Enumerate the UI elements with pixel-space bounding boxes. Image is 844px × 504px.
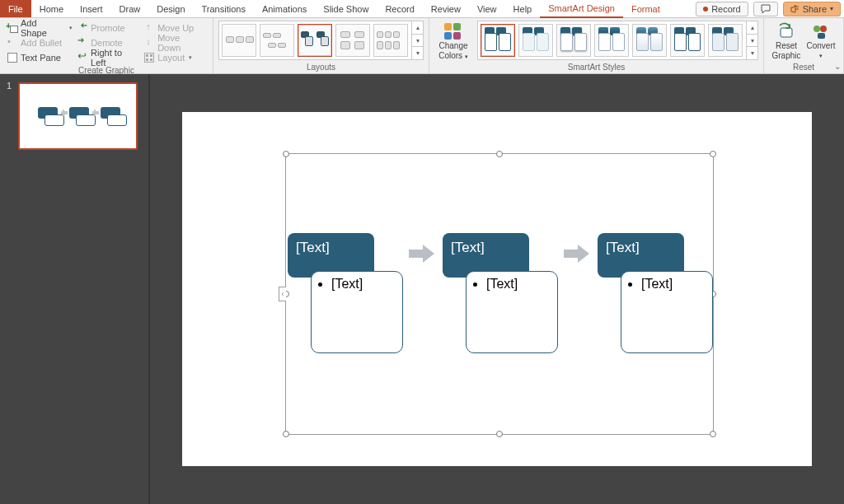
text-pane-button[interactable]: Text Pane: [5, 50, 75, 64]
style-thumb[interactable]: [556, 24, 591, 57]
reset-graphic-label-1: Reset: [776, 42, 797, 50]
resize-handle[interactable]: [710, 431, 716, 437]
style-thumb[interactable]: [518, 24, 553, 57]
resize-handle[interactable]: [283, 431, 289, 437]
tab-transitions[interactable]: Transitions: [194, 0, 254, 17]
record-button[interactable]: Record: [696, 2, 748, 16]
tab-smartart-design[interactable]: SmartArt Design: [540, 0, 623, 18]
tab-format[interactable]: Format: [623, 0, 668, 17]
styles-gallery: ▴ ▾ ▾: [477, 21, 758, 60]
tab-record[interactable]: Record: [377, 0, 422, 17]
change-colors-label-2: Colors: [438, 51, 462, 60]
change-colors-button[interactable]: Change Colors ▾: [434, 21, 472, 61]
tab-file[interactable]: File: [0, 0, 31, 17]
move-up-label: Move Up: [157, 23, 194, 33]
ribbon-collapse-button[interactable]: ⌄: [834, 62, 841, 71]
svg-rect-0: [781, 28, 792, 37]
ribbon: Add Shape ▾ Add Bullet Text Pane Promote: [0, 18, 844, 74]
chevron-down-icon: ▾: [189, 54, 192, 61]
reset-graphic-button[interactable]: Reset Graphic: [769, 21, 804, 60]
add-shape-button[interactable]: Add Shape ▾: [5, 21, 75, 35]
style-thumb[interactable]: [708, 24, 743, 57]
tab-view[interactable]: View: [469, 0, 505, 17]
slide-canvas-area[interactable]: ‹ [Text] [Text] [Text] [Text] [Text] [Te…: [148, 74, 844, 504]
add-bullet-label: Add Bullet: [21, 38, 62, 48]
share-button[interactable]: Share ▾: [783, 2, 841, 16]
text-pane-toggle[interactable]: ‹: [279, 287, 286, 301]
smartart-node-body[interactable]: [Text]: [466, 271, 558, 353]
ribbon-tab-strip: File Home Insert Draw Design Transitions…: [0, 0, 844, 18]
smartart-selection-frame[interactable]: ‹ [Text] [Text] [Text] [Text] [Text] [Te…: [285, 153, 714, 435]
group-smartart-styles: Change Colors ▾: [429, 18, 764, 73]
smartart-node-3[interactable]: [Text] [Text]: [598, 233, 711, 278]
demote-icon: [77, 38, 87, 48]
svg-rect-3: [818, 33, 825, 39]
move-down-icon: [144, 38, 154, 48]
group-label-layouts: Layouts: [218, 61, 424, 72]
gallery-more[interactable]: ▾: [412, 47, 423, 59]
resize-handle[interactable]: [496, 431, 503, 437]
slide[interactable]: ‹ [Text] [Text] [Text] [Text] [Text] [Te…: [182, 112, 812, 466]
tab-animations[interactable]: Animations: [254, 0, 315, 17]
group-create-graphic: Add Shape ▾ Add Bullet Text Pane Promote: [0, 18, 213, 73]
thumb-sa-icon: [76, 114, 96, 126]
smartart-node-1[interactable]: [Text] [Text]: [288, 233, 401, 278]
gallery-more[interactable]: ▾: [747, 47, 757, 59]
group-label-reset: Reset: [769, 61, 838, 72]
move-down-button: Move Down: [142, 35, 208, 49]
gallery-scroll-down[interactable]: ▾: [412, 35, 423, 48]
gallery-scroll-down[interactable]: ▾: [747, 35, 757, 48]
resize-handle[interactable]: [283, 151, 289, 157]
style-thumb[interactable]: [670, 24, 705, 57]
layout-thumb-selected[interactable]: [298, 24, 332, 57]
gallery-scroll-up[interactable]: ▴: [747, 21, 757, 35]
right-to-left-button[interactable]: Right to Left: [75, 50, 142, 64]
gallery-scroll-up[interactable]: ▴: [412, 21, 423, 35]
tab-draw[interactable]: Draw: [111, 0, 149, 17]
resize-handle[interactable]: [496, 151, 503, 157]
smartart-node-2[interactable]: [Text] [Text]: [443, 233, 556, 278]
layout-thumb[interactable]: [222, 24, 256, 57]
layout-button: Layout ▾: [142, 50, 208, 64]
speech-bubble-icon: [761, 4, 771, 14]
change-colors-label-1: Change: [438, 42, 467, 50]
tab-slide-show[interactable]: Slide Show: [315, 0, 377, 17]
tab-home[interactable]: Home: [31, 0, 72, 17]
arrow-right-icon: [409, 246, 435, 261]
layout-thumb[interactable]: [260, 24, 294, 57]
style-thumb[interactable]: [594, 24, 629, 57]
smartart-graphic[interactable]: [Text] [Text] [Text] [Text] [Text] [Text…: [288, 233, 711, 278]
layout-thumb[interactable]: [335, 24, 370, 57]
layout-thumb[interactable]: [373, 24, 408, 57]
work-area: 1: [0, 74, 844, 504]
slide-thumbnail-pane[interactable]: 1: [0, 74, 148, 504]
smartart-node-body[interactable]: [Text]: [621, 271, 713, 353]
text-pane-icon: [7, 53, 17, 63]
resize-handle[interactable]: [710, 151, 716, 157]
tab-design[interactable]: Design: [148, 0, 193, 17]
svg-point-2: [820, 26, 827, 32]
style-thumb[interactable]: [632, 24, 667, 57]
promote-icon: [77, 23, 87, 33]
move-up-icon: [144, 23, 154, 33]
add-shape-icon: [7, 23, 17, 33]
right-to-left-icon: [77, 53, 87, 63]
chevron-down-icon: ▾: [830, 5, 833, 12]
smartart-bullet[interactable]: [Text]: [331, 277, 396, 292]
chevron-down-icon: ▾: [819, 52, 823, 60]
style-thumb-selected[interactable]: [481, 24, 515, 57]
add-bullet-button: Add Bullet: [5, 35, 75, 49]
smartart-bullet[interactable]: [Text]: [641, 277, 706, 292]
comments-button[interactable]: [753, 2, 778, 16]
promote-label: Promote: [91, 23, 125, 33]
convert-button[interactable]: Convert ▾: [804, 21, 838, 60]
add-bullet-icon: [7, 38, 17, 48]
reset-graphic-label-2: Graphic: [771, 52, 800, 60]
tab-insert[interactable]: Insert: [72, 0, 111, 17]
smartart-node-body[interactable]: [Text]: [311, 271, 403, 353]
smartart-bullet[interactable]: [Text]: [486, 277, 551, 292]
tab-help[interactable]: Help: [505, 0, 541, 17]
slide-thumbnail-1[interactable]: [18, 82, 138, 150]
tab-review[interactable]: Review: [423, 0, 469, 17]
record-label: Record: [711, 4, 740, 14]
